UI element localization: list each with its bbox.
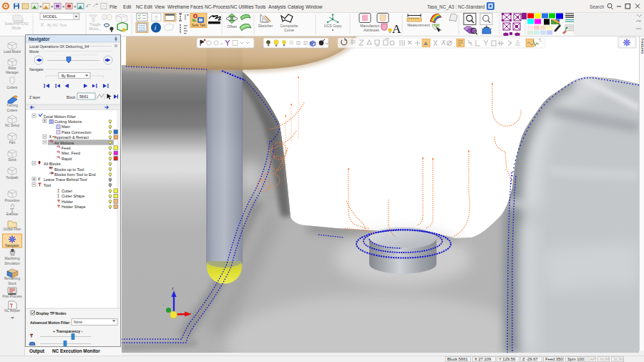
svg-text:None: None bbox=[74, 320, 82, 324]
svg-text:Attributes: Attributes bbox=[364, 28, 379, 32]
svg-text:UCS Copy: UCS Copy bbox=[324, 24, 342, 28]
svg-text:Execute: Execute bbox=[6, 212, 19, 216]
svg-text:Motio...: Motio... bbox=[89, 26, 101, 31]
svg-text:Global Filter: Global Filter bbox=[4, 228, 21, 231]
svg-text:Navigator: Navigator bbox=[5, 244, 19, 248]
svg-text:Turning: Turning bbox=[6, 104, 18, 107]
svg-text:z: z bbox=[172, 286, 174, 290]
svg-text:Measurement: Measurement bbox=[407, 23, 430, 27]
svg-text:+ Transparency -: + Transparency - bbox=[53, 329, 83, 333]
svg-text:Sets Tab: Sets Tab bbox=[192, 23, 206, 27]
svg-text:Cutters: Cutters bbox=[7, 86, 19, 89]
svg-text:Max. Feed: Max. Feed bbox=[62, 151, 80, 155]
svg-text:Manager: Manager bbox=[6, 71, 19, 74]
svg-text:Advanced Motion Filter: Advanced Motion Filter bbox=[30, 321, 69, 325]
svg-text:Pass Connection: Pass Connection bbox=[62, 130, 92, 134]
svg-text:Cutters: Cutters bbox=[7, 109, 19, 112]
svg-text:A: A bbox=[392, 22, 401, 36]
svg-text:NC Report: NC Report bbox=[4, 309, 20, 313]
svg-text:MODEL: MODEL bbox=[43, 14, 57, 19]
svg-text:Feed: Feed bbox=[62, 146, 71, 150]
svg-text:Approach & Retract: Approach & Retract bbox=[54, 135, 89, 140]
svg-text:Blocks up to Tool: Blocks up to Tool bbox=[54, 167, 84, 172]
svg-text:Curve: Curve bbox=[284, 28, 294, 32]
svg-text:Load Model: Load Model bbox=[4, 50, 21, 54]
svg-text:Holder Shape: Holder Shape bbox=[62, 205, 86, 209]
svg-text:Toolpath: Toolpath bbox=[6, 176, 19, 180]
svg-text:Simulation: Simulation bbox=[4, 262, 20, 265]
svg-text:Part: Part bbox=[9, 141, 16, 145]
svg-text:Stock: Stock bbox=[8, 282, 16, 285]
svg-text:Holder: Holder bbox=[62, 200, 73, 204]
svg-text:All Blocks: All Blocks bbox=[44, 162, 61, 166]
svg-text:Post Process: Post Process bbox=[2, 295, 22, 298]
svg-text:Offset: Offset bbox=[227, 24, 237, 29]
svg-text:Machining: Machining bbox=[5, 257, 20, 260]
svg-text:Leave Trace Behind Tool: Leave Trace Behind Tool bbox=[44, 177, 87, 182]
svg-text:Remaining: Remaining bbox=[4, 277, 20, 280]
svg-text:Rapid: Rapid bbox=[62, 157, 72, 161]
svg-text:Tool: Tool bbox=[44, 183, 51, 187]
svg-text:Cutter Shape: Cutter Shape bbox=[62, 194, 84, 198]
svg-text:Main: Main bbox=[62, 124, 70, 129]
svg-text:Sketcher: Sketcher bbox=[258, 24, 273, 28]
svg-text:Procedure: Procedure bbox=[4, 199, 20, 202]
svg-text:By NC Tool: By NC Tool bbox=[47, 23, 67, 27]
svg-text:Stock: Stock bbox=[8, 158, 16, 162]
svg-text:Local Motion Filter: Local Motion Filter bbox=[44, 114, 76, 119]
svg-text:Blocks from Tool to End: Blocks from Tool to End bbox=[54, 172, 96, 177]
svg-text:Rotor: Rotor bbox=[8, 67, 16, 70]
svg-text:Mode: Mode bbox=[12, 26, 21, 30]
svg-text:?: ? bbox=[155, 14, 158, 21]
svg-text:Cutting Motions: Cutting Motions bbox=[54, 119, 82, 124]
svg-text:Display TP Nodes: Display TP Nodes bbox=[36, 311, 67, 315]
svg-text:Cutter: Cutter bbox=[62, 189, 72, 193]
svg-text:Air Motions: Air Motions bbox=[54, 141, 74, 145]
svg-text:NC Setup: NC Setup bbox=[5, 124, 19, 127]
